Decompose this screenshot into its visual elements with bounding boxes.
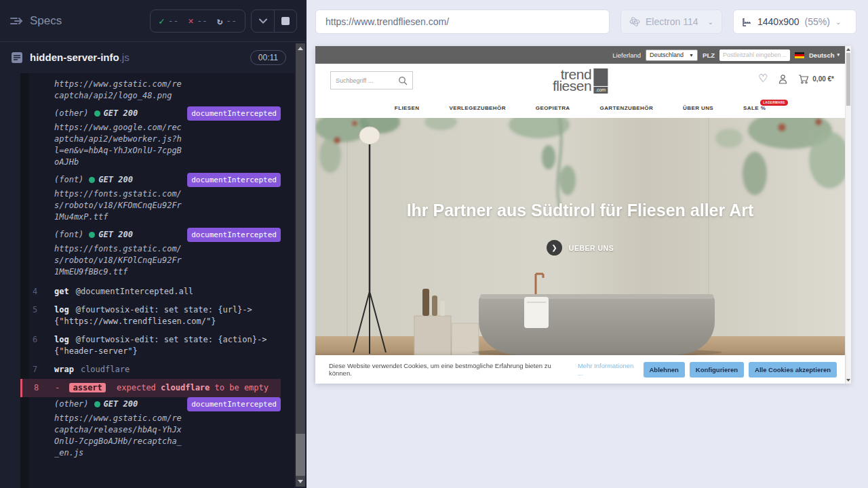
log-command-row[interactable]: 6log@fourtwosix-edit: set state: {action… [29,331,281,361]
command-number: 5 [29,304,54,327]
log-command-row[interactable]: 5log@fourtwosix-edit: set state: {url}->… [29,301,281,331]
account-user-icon[interactable] [778,74,788,84]
command-args: @documentIntercepted.all [76,287,193,296]
scroll-down-arrow-icon[interactable] [846,379,850,382]
intercept-badge: documentIntercepted [187,106,281,121]
panel-title: Specs [30,14,62,28]
wishlist-heart-icon[interactable]: ♡ [758,73,768,84]
command-body: log@fourtwosix-edit: set state: {url}-> … [54,304,281,327]
sale-badge: LAGERWARE [760,100,788,106]
command-name: log [54,305,69,314]
command-args: @fourtwosix-edit: set state: {action}-> … [54,335,267,356]
search-box [330,71,413,89]
logo-word-bottom: fliesen [553,80,591,92]
scrollbar-track[interactable] [296,43,305,487]
command-body: wrapcloudflare [54,364,281,375]
hero-bathroom-image [315,118,845,355]
log-assert-row[interactable]: 8- assert expected cloudflare to be empt… [20,379,281,397]
log-request-entry[interactable]: (font)GET 200documentInterceptedhttps://… [54,228,281,278]
nav-item--ber-uns[interactable]: ÜBER UNS [683,105,713,111]
log-request-entry[interactable]: (other)GET 200documentInterceptedhttps:/… [54,397,281,459]
runner-controls [251,9,297,33]
request-url: https://www.gstatic.com/recaptcha/api2/l… [54,79,184,102]
plz-input[interactable] [719,49,790,61]
viewport-select[interactable]: 1440x900 (55%) ⌄ [733,9,856,34]
status-dot-icon [94,110,100,117]
hero-cta-button[interactable]: ❯ UEBER UNS [315,240,845,256]
nav-item-sale[interactable]: SALE %LAGERWARE [743,105,766,111]
cookie-button-alle-cookies-akzeptieren[interactable]: Alle Cookies akzeptieren [749,362,837,378]
command-args: @fourtwosix-edit: set state: {url}-> {"h… [54,305,252,326]
spec-file-icon [11,52,23,64]
browser-select[interactable]: Electron 114 ⌄ [620,9,722,34]
log-request-entry[interactable]: (font)GET 200documentInterceptedhttps://… [54,173,281,223]
scrollbar-thumb[interactable] [296,434,305,476]
left-scrollbar[interactable] [296,43,305,487]
request-url: https://www.gstatic.com/recaptcha/releas… [54,413,184,459]
scroll-up-arrow-icon[interactable] [298,47,303,50]
runner-toolbar: Specs ✓-- ✕-- ↻-- [0,0,307,42]
cookie-buttons: AblehnenKonfigurierenAlle Cookies akzept… [644,362,837,378]
website: Lieferland Deutschland ▼ PLZ Deutsch ▾ [315,46,845,384]
nav-item-geopietra[interactable]: GEOPIETRA [536,105,570,111]
assert-subject: cloudflare [161,383,210,392]
collapse-button[interactable] [252,10,274,32]
country-select[interactable]: Deutschland ▼ [646,49,698,61]
request-type: (font) [54,229,83,241]
status-dot-icon [89,177,95,183]
stop-icon [281,17,290,25]
request-method-status: GET 200 [104,108,138,119]
viewport-zoom: (55%) [805,16,830,27]
cookie-button-konfigurieren[interactable]: Konfigurieren [690,362,744,378]
cart-button[interactable]: 0,00 €* [798,74,834,84]
spec-file-row[interactable]: hidden-server-info.js 00:11 [0,42,307,73]
scroll-up-arrow-icon[interactable] [846,48,850,51]
nav-item-fliesen[interactable]: FLIESEN [395,105,420,111]
request-method-status: GET 200 [98,229,133,241]
browser-label: Electron 114 [646,16,698,27]
log-request-entry[interactable]: https://www.gstatic.com/recaptcha/api2/l… [54,79,281,102]
cart-icon [798,74,809,84]
failed-cross-icon: ✕ [188,16,193,26]
request-meta: (font)GET 200documentIntercepted [54,228,281,242]
shipping-label: Lieferland [612,52,641,59]
command-number: 6 [29,334,54,357]
status-dot-icon [94,401,100,407]
browser-toolbar: Electron 114 ⌄ 1440x900 (55%) ⌄ [307,0,868,34]
plz-label: PLZ [703,52,715,59]
stop-button[interactable] [274,10,296,32]
request-meta: (other)GET 200documentIntercepted [54,106,281,121]
intercept-badge: documentIntercepted [187,397,281,411]
arrow-right-icon: ❯ [547,240,562,256]
viewport-ruler-icon [742,17,752,27]
log-command-row[interactable]: 7wrapcloudflare [29,361,281,379]
language-select[interactable]: Deutsch ▾ [809,52,840,59]
cookie-more-info-link[interactable]: Mehr Informationen ... [578,362,641,377]
spec-file-name: hidden-server-info [30,52,119,63]
request-url: https://www.google.com/recaptcha/api2/we… [54,122,184,168]
select-arrow-icon: ▾ [837,52,840,58]
intercept-badge: documentIntercepted [187,173,281,187]
nav-item-verlegezubeh-r[interactable]: VERLEGEZUBEHÖR [449,105,505,111]
scrollbar-thumb[interactable] [846,53,850,106]
hero-cta-label: UEBER UNS [569,244,614,252]
log-command-row[interactable]: 4get@documentIntercepted.all [29,283,281,301]
search-icon[interactable] [398,76,408,85]
site-logo[interactable]: trend fliesen .com [553,68,608,94]
assert-badge: assert [69,383,105,392]
request-type: (other) [54,108,89,119]
germany-flag-icon [795,52,804,58]
specs-menu-icon[interactable] [9,16,23,26]
command-name: get [54,287,69,296]
select-arrow-icon: ▼ [689,53,694,58]
search-input[interactable] [336,77,398,84]
failed-count: -- [197,16,208,26]
chevron-down-icon: ⌄ [835,18,841,26]
url-input[interactable] [326,16,599,27]
site-scrollbar[interactable] [845,46,851,384]
cookie-button-ablehnen[interactable]: Ablehnen [644,362,685,378]
nav-item-gartenzubeh-r[interactable]: GARTENZUBEHÖR [600,105,654,111]
intercept-badge: documentIntercepted [187,228,281,242]
scroll-down-arrow-icon[interactable] [298,480,303,483]
log-request-entry[interactable]: (other)GET 200documentInterceptedhttps:/… [54,106,281,168]
